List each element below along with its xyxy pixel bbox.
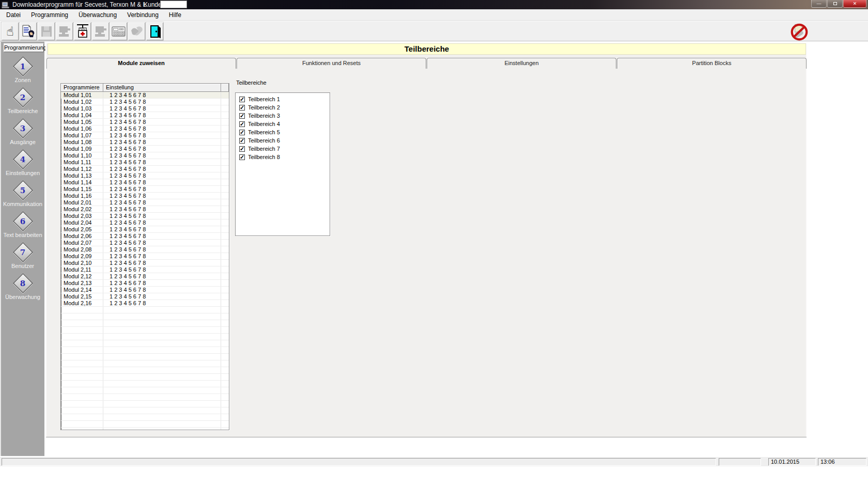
table-row[interactable]: Modul 2,031 2 3 4 5 6 7 8 [61,213,229,219]
sidebar-item-ausgänge[interactable]: 3Ausgänge [1,118,44,149]
cell-module: Modul 1,08 [61,139,103,145]
page-title: Teilbereiche [48,43,806,55]
table-row[interactable]: Modul 2,121 2 3 4 5 6 7 8 [61,273,229,280]
table-row[interactable]: Modul 1,031 2 3 4 5 6 7 8 [61,105,229,112]
table-row[interactable]: Modul 1,091 2 3 4 5 6 7 8 [61,146,229,152]
cell-spacer [221,92,229,98]
checkbox-checked-icon[interactable]: ✓ [239,146,245,152]
cell-module [61,387,103,393]
cell-module [61,421,103,427]
table-row-empty [61,320,229,327]
table-row[interactable]: Modul 2,141 2 3 4 5 6 7 8 [61,287,229,293]
checkbox-checked-icon[interactable]: ✓ [239,121,245,127]
tab-module-zuweisen[interactable]: Module zuweisen [47,58,236,69]
window-title: Downloaderprogramm für Secvest, Terxon M… [12,1,146,8]
table-row[interactable]: Modul 2,091 2 3 4 5 6 7 8 [61,253,229,260]
table-row[interactable]: Modul 1,101 2 3 4 5 6 7 8 [61,152,229,159]
cell-spacer [221,260,229,266]
table-row[interactable]: Modul 1,121 2 3 4 5 6 7 8 [61,166,229,172]
cell-module [61,354,103,360]
close-button[interactable]: ✕ [843,0,866,8]
table-row[interactable]: Modul 2,061 2 3 4 5 6 7 8 [61,233,229,240]
toolbar-exit-door-button[interactable] [146,22,164,41]
toolbar-hand-pointer-button[interactable]: ☝ [1,22,19,41]
module-table[interactable]: Programmiere Einstellung Modul 1,011 2 3… [60,83,229,430]
partition-checkbox-item-teilbereich-1[interactable]: ✓Teilbereich 1 [236,95,330,103]
cell-spacer [221,387,229,393]
table-row[interactable]: Modul 1,141 2 3 4 5 6 7 8 [61,179,229,186]
sidebar-item-text-bearbeiten[interactable]: 6Text bearbeiten [1,211,44,242]
table-row[interactable]: Modul 2,101 2 3 4 5 6 7 8 [61,260,229,266]
cell-setting [103,340,221,347]
minimize-button[interactable]: — [811,0,827,8]
partition-checkbox-item-teilbereich-5[interactable]: ✓Teilbereich 5 [236,128,330,136]
menu-item-datei[interactable]: Datei [1,9,26,21]
checkbox-checked-icon[interactable]: ✓ [239,154,245,160]
menu-item-hilfe[interactable]: Hilfe [164,9,187,21]
table-row[interactable]: Modul 2,051 2 3 4 5 6 7 8 [61,226,229,233]
table-row[interactable]: Modul 1,081 2 3 4 5 6 7 8 [61,139,229,146]
menu-item-verbindung[interactable]: Verbindung [122,9,164,21]
toolbar-panel-device-button[interactable] [73,22,91,41]
table-row[interactable]: Modul 1,111 2 3 4 5 6 7 8 [61,159,229,166]
partition-checkbox-item-teilbereich-3[interactable]: ✓Teilbereich 3 [236,112,330,120]
table-row[interactable]: Modul 2,151 2 3 4 5 6 7 8 [61,293,229,300]
cell-spacer [221,119,229,125]
sidebar-item-kommunikation[interactable]: 5Kommunikation [1,180,44,211]
tab-einstellungen[interactable]: Einstellungen [427,58,616,69]
sidebar-item-überwachung[interactable]: 8Überwachung [1,273,44,304]
table-row[interactable]: Modul 1,161 2 3 4 5 6 7 8 [61,193,229,199]
maximize-button[interactable] [827,0,843,8]
partition-checkbox-item-teilbereich-2[interactable]: ✓Teilbereich 2 [236,103,330,112]
cell-spacer [221,414,229,420]
table-row[interactable]: Modul 1,021 2 3 4 5 6 7 8 [61,99,229,105]
table-row[interactable]: Modul 2,021 2 3 4 5 6 7 8 [61,206,229,213]
cell-spacer [221,99,229,105]
table-row[interactable]: Modul 2,041 2 3 4 5 6 7 8 [61,219,229,226]
cell-spacer [221,327,229,333]
table-row[interactable]: Modul 1,051 2 3 4 5 6 7 8 [61,119,229,125]
sidebar-header-programmierung[interactable]: Programmierung [4,43,44,52]
table-row[interactable]: Modul 1,131 2 3 4 5 6 7 8 [61,172,229,179]
cell-spacer [221,146,229,152]
partition-checkbox-item-teilbereich-7[interactable]: ✓Teilbereich 7 [236,145,330,153]
sidebar-item-zonen[interactable]: 1Zonen [1,56,44,87]
checkbox-checked-icon[interactable]: ✓ [239,105,245,111]
sidebar-item-einstellungen[interactable]: 4Einstellungen [1,149,44,180]
table-row[interactable]: Modul 2,111 2 3 4 5 6 7 8 [61,266,229,273]
table-row[interactable]: Modul 1,071 2 3 4 5 6 7 8 [61,132,229,139]
table-row-empty [61,421,229,428]
menu-item-programming[interactable]: Programming [26,9,73,21]
tab-partition-blocks[interactable]: Partition Blocks [617,58,807,69]
table-row[interactable]: Modul 1,041 2 3 4 5 6 7 8 [61,112,229,119]
sidebar-item-teilbereiche[interactable]: 2Teilbereiche [1,87,44,118]
menu-item-überwachung[interactable]: Überwachung [73,9,122,21]
toolbar-keypad-button[interactable] [110,22,128,41]
sidebar-item-benutzer[interactable]: 7Benutzer [1,242,44,273]
toolbar-customer-data-button[interactable] [19,22,37,41]
customer-input[interactable] [160,1,187,8]
table-row[interactable]: Modul 1,061 2 3 4 5 6 7 8 [61,125,229,132]
partition-checkbox-item-teilbereich-6[interactable]: ✓Teilbereich 6 [236,136,330,145]
table-row[interactable]: Modul 1,151 2 3 4 5 6 7 8 [61,186,229,193]
status-bar: 10.01.2015 13:06 [0,456,868,466]
table-row[interactable]: Modul 2,081 2 3 4 5 6 7 8 [61,246,229,253]
column-header-programmiere[interactable]: Programmiere [61,84,103,92]
table-row[interactable]: Modul 2,131 2 3 4 5 6 7 8 [61,280,229,287]
table-row[interactable]: Modul 2,161 2 3 4 5 6 7 8 [61,300,229,307]
cell-spacer [221,340,229,347]
partition-checkbox-item-teilbereich-4[interactable]: ✓Teilbereich 4 [236,120,330,128]
column-header-einstellung[interactable]: Einstellung [103,84,221,92]
cell-spacer [221,159,229,165]
table-row[interactable]: Modul 1,011 2 3 4 5 6 7 8 [61,92,229,99]
cell-spacer [221,374,229,380]
partition-checkbox-item-teilbereich-8[interactable]: ✓Teilbereich 8 [236,153,330,161]
tab-funktionen-und-resets[interactable]: Funktionen und Resets [237,58,426,69]
table-row[interactable]: Modul 2,071 2 3 4 5 6 7 8 [61,240,229,246]
table-row[interactable]: Modul 2,011 2 3 4 5 6 7 8 [61,199,229,206]
checkbox-checked-icon[interactable]: ✓ [239,113,245,119]
checkbox-checked-icon[interactable]: ✓ [239,97,245,102]
checkbox-checked-icon[interactable]: ✓ [239,138,245,144]
cell-setting: 1 2 3 4 5 6 7 8 [103,213,221,219]
checkbox-checked-icon[interactable]: ✓ [239,130,245,135]
